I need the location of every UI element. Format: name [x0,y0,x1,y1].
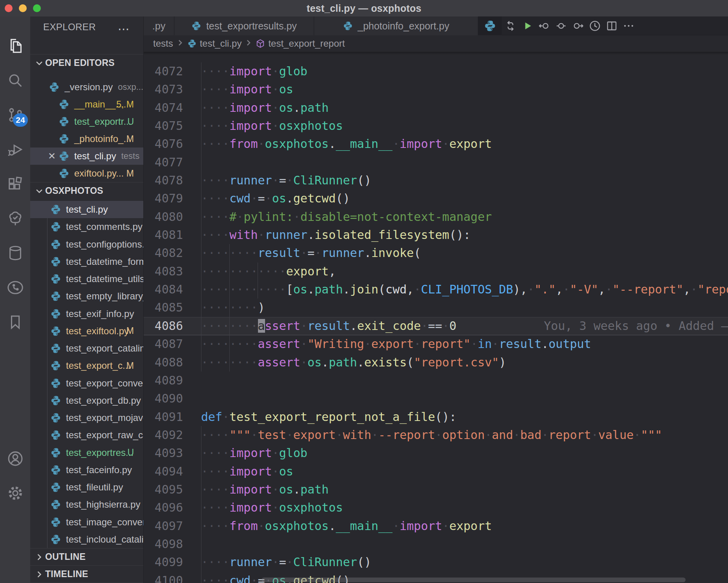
minimize-window-button[interactable] [19,4,27,12]
code-line[interactable]: 4099····runner·=·CliRunner() [144,553,728,571]
tree-item[interactable]: test_datetime_form... [30,253,143,270]
history-icon[interactable] [586,16,603,35]
section-timeline[interactable]: TIMELINE [30,565,143,583]
step-over-icon[interactable] [569,16,586,35]
tree-item[interactable]: test_cli.py [30,201,143,218]
code-line[interactable]: 4081····with·runner.isolated_filesystem(… [144,226,728,244]
database-icon[interactable] [0,240,30,266]
code-line[interactable]: 4075····import·osxphotos [144,117,728,135]
code-line[interactable]: 4092····"""·test·export·with·--report·op… [144,426,728,444]
open-editor-item[interactable]: test_exportr...U [30,113,143,130]
line-number: 4082 [144,244,183,262]
open-editor-item[interactable]: _version.pyosxp... [30,78,143,96]
run-debug-icon[interactable] [0,137,30,162]
code-line[interactable]: 4098 [144,535,728,553]
code-line[interactable]: 4076····from·osxphotos.__main__·import·e… [144,135,728,153]
editor-tab[interactable]: _photoinfo_export.py [314,16,478,35]
tree-item[interactable]: test_exiftool.pyM [30,322,143,340]
files-icon[interactable] [0,33,30,58]
source-control-icon[interactable]: 24 [0,102,30,128]
code-line[interactable]: 4089 [144,372,728,390]
tree-item[interactable]: test_highsierra.py [30,496,143,513]
code-line[interactable]: 4080····#·pylint:·disable=not-context-ma… [144,208,728,226]
code-line[interactable]: 4085········) [144,299,728,317]
section-open-editors[interactable]: OPEN EDITORS [30,54,143,71]
python-file-icon [191,21,201,31]
code-line[interactable]: 4073····import·os [144,80,728,98]
breadcrumb-item[interactable]: test_export_report [268,38,345,49]
code-line[interactable]: 4088········assert·os.path.exists("repor… [144,353,728,372]
open-editor-item[interactable]: exiftool.py...M [30,165,143,182]
window-title: test_cli.py — osxphotos [307,3,421,14]
tree-item[interactable]: test_datetime_utils.... [30,270,143,288]
line-text: ····import·osxphotos [201,499,343,517]
code-line[interactable]: 4087········assert·"Writing·export·repor… [144,335,728,353]
code-editor[interactable]: 4072····import·glob4073····import·os4074… [144,52,728,583]
code-line[interactable]: 4077 [144,153,728,171]
python-file-icon [50,256,61,267]
python-file-icon [50,378,61,389]
tree-item[interactable]: test_export_conver... [30,375,143,392]
breadcrumb-item[interactable]: test_cli.py [200,38,242,49]
horizontal-scrollbar[interactable] [262,578,686,582]
tree-item[interactable]: test_comments.py [30,218,143,235]
tree-item[interactable]: test_configoptions.... [30,236,143,253]
code-line[interactable]: 4094····import·os [144,463,728,481]
close-window-button[interactable] [5,4,13,12]
editor-tab[interactable]: test_exportresults.py [174,16,314,35]
tree-item[interactable]: test_export_db.py [30,392,143,409]
maximize-window-button[interactable] [33,4,41,12]
more-actions-icon[interactable] [620,16,637,35]
compare-changes-icon[interactable] [502,16,519,35]
open-editor-item[interactable]: _photoinfo_...M [30,130,143,148]
code-line[interactable]: 4097····from·osxphotos.__main__·import·e… [144,517,728,535]
search-icon[interactable] [0,68,30,93]
code-line[interactable]: 4086········assert·result.exit_code·==·0… [144,317,728,335]
code-line[interactable]: 4074····import·os.path [144,99,728,117]
continue-icon[interactable] [552,16,569,35]
file-name: _version.py [64,82,113,93]
tree-item[interactable]: test_export_c...M [30,357,143,374]
code-line[interactable]: 4096····import·osxphotos [144,499,728,517]
tree-item[interactable]: test_fileutil.py [30,479,143,496]
code-line[interactable]: 4083············export, [144,262,728,281]
split-editor-icon[interactable] [603,16,620,35]
testing-tree-icon[interactable] [0,206,30,231]
tree-item[interactable]: test_exportres...U [30,444,143,461]
open-editor-item[interactable]: ✕test_cli.pytests [30,148,143,165]
account-icon[interactable] [0,446,30,471]
code-line[interactable]: 4072····import·glob [144,62,728,80]
explorer-sidebar: EXPLORER ⋯ OPEN EDITORS_version.pyosxp..… [30,16,144,583]
python-language-tab[interactable] [478,16,502,35]
code-line[interactable]: 4082········result·=·runner.invoke( [144,244,728,262]
code-line[interactable]: 4079····cwd·=·os.getcwd() [144,189,728,208]
tree-item[interactable]: test_export_raw_ca... [30,426,143,444]
run-python-file-icon[interactable] [519,16,536,35]
tree-item[interactable]: test_incloud_catali... [30,531,143,548]
extensions-icon[interactable] [0,171,30,197]
section-osxphotos[interactable]: OSXPHOTOS [30,182,143,199]
tree-item[interactable]: test_faceinfo.py [30,461,143,479]
code-line[interactable]: 4093····import·glob [144,444,728,462]
python-icon [484,20,496,32]
code-line[interactable]: 4084············[os.path.join(cwd,·CLI_P… [144,281,728,299]
bookmark-icon[interactable] [0,310,30,335]
settings-gear-icon[interactable] [0,481,30,506]
tree-item[interactable]: test_empty_library_... [30,288,143,305]
tree-item[interactable]: test_export_mojave... [30,409,143,426]
open-editor-item[interactable]: __main__....5, M [30,96,143,113]
tree-item[interactable]: test_image_convert... [30,514,143,531]
gitlens-icon[interactable] [0,275,30,300]
breadcrumb-item[interactable]: tests [153,38,173,49]
editor-tab[interactable]: .py [144,16,174,35]
close-icon[interactable]: ✕ [45,151,59,162]
tree-item[interactable]: test_export_catalin... [30,340,143,357]
section-outline[interactable]: OUTLINE [30,548,143,565]
code-line[interactable]: 4078····runner·=·CliRunner() [144,171,728,189]
code-line[interactable]: 4091def·test_export_report_not_a_file(): [144,408,728,426]
explorer-more-actions-icon[interactable]: ⋯ [118,22,131,36]
code-line[interactable]: 4090 [144,390,728,408]
code-line[interactable]: 4095····import·os.path [144,481,728,499]
tree-item[interactable]: test_exif_info.py [30,305,143,322]
step-back-icon[interactable] [536,16,552,35]
